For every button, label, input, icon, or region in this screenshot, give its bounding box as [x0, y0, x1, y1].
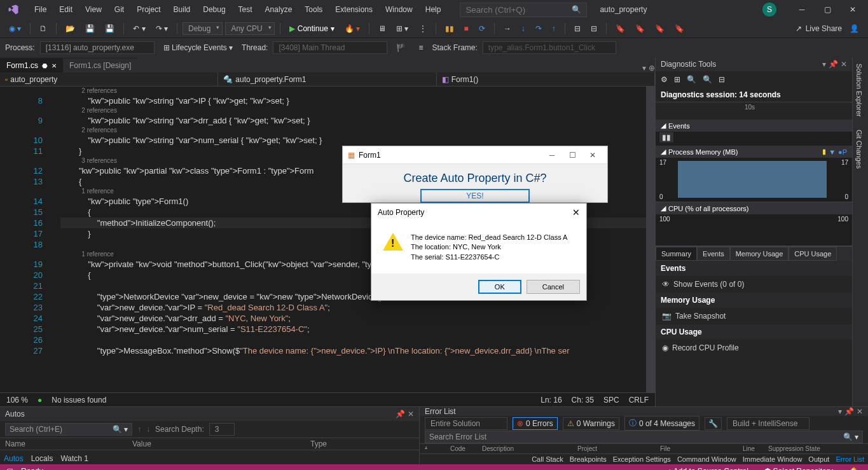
tb-icon[interactable]: ⋮	[415, 23, 431, 34]
menu-tools[interactable]: Tools	[298, 1, 329, 18]
lifecycle-icon[interactable]: ⊞ Lifecycle Events ▾	[160, 42, 237, 53]
minimize-button[interactable]: ─	[789, 0, 815, 19]
tb-icon[interactable]: 🔖	[651, 23, 668, 34]
col-code[interactable]: Code	[450, 445, 482, 452]
flag-icon[interactable]: 🏴	[392, 42, 410, 53]
close-icon[interactable]: ✕	[857, 407, 863, 416]
nav-back-icon[interactable]: ◉ ▾	[5, 23, 25, 34]
filter-icon[interactable]: 🔧	[705, 417, 722, 430]
tab-callstack[interactable]: Call Stack	[532, 455, 563, 463]
repo-button[interactable]: ⬢ Select Repository ▴	[764, 467, 839, 470]
form1-yes-button[interactable]: YES!	[420, 189, 529, 203]
menu-window[interactable]: Window	[379, 1, 419, 18]
redo-icon[interactable]: ↷ ▾	[152, 23, 172, 34]
tab-overflow-icon[interactable]: ▾	[642, 64, 646, 73]
tab-watch1[interactable]: Watch 1	[60, 454, 88, 463]
new-item-icon[interactable]: 🗋	[36, 23, 51, 34]
search-box[interactable]: 🔍	[460, 3, 587, 17]
source-combo[interactable]: Build + IntelliSense	[727, 417, 809, 430]
msgbox-close-icon[interactable]: ✕	[572, 207, 580, 218]
config-combo[interactable]: Debug	[183, 22, 223, 35]
autos-search[interactable]: Search (Ctrl+E) 🔍 ▾	[5, 423, 132, 436]
col-icon[interactable]: ⁴	[425, 445, 450, 452]
live-share-button[interactable]: Live Share	[806, 24, 842, 33]
col-project[interactable]: Project	[577, 445, 660, 452]
arrow-up-icon[interactable]: ↑	[137, 425, 141, 434]
notifications-icon[interactable]: 🔔₂	[849, 467, 862, 470]
hot-reload-icon[interactable]: 🔥 ▾	[341, 23, 364, 34]
menu-view[interactable]: View	[79, 1, 108, 18]
feedback-icon[interactable]: 👤	[846, 23, 863, 34]
diag-tab-cpu[interactable]: CPU Usage	[789, 247, 837, 261]
cpu-header[interactable]: ◢ CPU (% of all processors)	[656, 202, 852, 214]
search-input[interactable]	[465, 5, 572, 15]
pin-icon[interactable]: 📌	[829, 60, 838, 69]
stop-icon[interactable]: ■	[460, 23, 472, 34]
errors-pill[interactable]: ⊗0 Errors	[513, 417, 558, 430]
diag-tab-events[interactable]: Events	[697, 247, 730, 261]
source-control-button[interactable]: ↑ Add to Source Control ▴	[668, 467, 754, 470]
close-panel-icon[interactable]: ✕	[841, 60, 847, 69]
snapshot-row[interactable]: 📷Take Snapshot	[656, 308, 852, 324]
reset-icon[interactable]: ⊟	[719, 75, 725, 84]
tab-command[interactable]: Command Window	[677, 455, 736, 463]
thread-combo[interactable]: [3408] Main Thread	[273, 41, 387, 54]
form1-min[interactable]: ─	[542, 151, 561, 160]
col-file[interactable]: File	[660, 445, 743, 452]
tb-icon[interactable]: ⊟	[570, 23, 584, 34]
pin-icon[interactable]: ⬣	[42, 62, 48, 69]
col-value[interactable]: Value	[132, 439, 310, 448]
form1-close[interactable]: ✕	[583, 151, 602, 160]
pause-icon[interactable]: ▮▮	[441, 23, 458, 34]
diag-tab-memory[interactable]: Memory Usage	[730, 247, 789, 261]
tab-autos[interactable]: Autos	[4, 454, 24, 463]
platform-combo[interactable]: Any CPU	[225, 22, 274, 35]
zoom-level[interactable]: 106 %	[6, 396, 28, 404]
col-desc[interactable]: Description	[482, 445, 577, 452]
output-icon[interactable]: ▢	[6, 467, 13, 470]
msgbox-ok-button[interactable]: OK	[478, 280, 521, 294]
tb-icon[interactable]: 🔖	[671, 23, 688, 34]
frame-combo[interactable]: type_alias.Form1.button1_Click	[483, 41, 616, 54]
tb-icon[interactable]: 🔖	[612, 23, 629, 34]
pin-icon[interactable]: 📌	[844, 407, 854, 416]
scrollbar[interactable]	[646, 86, 655, 392]
step-icon[interactable]: →	[500, 23, 515, 34]
menu-file[interactable]: File	[28, 1, 53, 18]
error-search[interactable]: Search Error List 🔍 ▾	[425, 431, 863, 443]
scope-combo[interactable]: Entire Solution	[425, 417, 507, 430]
nav-member[interactable]: ◧Form1()	[437, 73, 655, 86]
tab-locals[interactable]: Locals	[31, 454, 53, 463]
diag-tab-summary[interactable]: Summary	[656, 247, 697, 261]
arrow-down-icon[interactable]: ↓	[146, 425, 150, 434]
save-icon[interactable]: 💾	[81, 23, 99, 34]
step-into-icon[interactable]: ↓	[518, 23, 529, 34]
depth-combo[interactable]: 3	[209, 423, 235, 436]
form1-max[interactable]: ☐	[563, 151, 582, 160]
tab-form1-cs[interactable]: Form1.cs ⬣ ✕	[0, 58, 63, 73]
tab-errorlist[interactable]: Error List	[836, 455, 864, 463]
record-row[interactable]: ◉Record CPU Profile	[656, 340, 852, 356]
user-avatar[interactable]: S	[762, 3, 776, 17]
close-icon[interactable]: ✕	[408, 410, 414, 418]
show-events-row[interactable]: 👁Show Events (0 of 0)	[656, 276, 852, 293]
col-name[interactable]: Name	[5, 439, 132, 448]
messages-pill[interactable]: ⓘ0 of 4 Messages	[624, 416, 699, 431]
step-out-icon[interactable]: ↑	[548, 23, 560, 34]
undo-icon[interactable]: ↶ ▾	[129, 23, 149, 34]
col-suppress[interactable]: Suppression State	[768, 445, 820, 452]
tb-icon[interactable]: ⊞ ▾	[392, 23, 412, 34]
tab-exception[interactable]: Exception Settings	[613, 455, 671, 463]
menu-extensions[interactable]: Extensions	[329, 1, 379, 18]
process-combo[interactable]: [13116] auto_property.exe	[40, 41, 155, 54]
tab-immediate[interactable]: Immediate Window	[743, 455, 803, 463]
gear-icon[interactable]: ⚙	[661, 75, 668, 84]
tab-output[interactable]: Output	[808, 455, 829, 463]
nav-project[interactable]: ▫auto_property	[0, 73, 218, 86]
menu-help[interactable]: Help	[419, 1, 448, 18]
step-over-icon[interactable]: ↷	[532, 23, 546, 34]
warnings-pill[interactable]: ⚠0 Warnings	[563, 417, 619, 430]
restart-icon[interactable]: ⟳	[475, 23, 489, 34]
dropdown-icon[interactable]: ▾	[822, 60, 826, 69]
menu-build[interactable]: Build	[167, 1, 197, 18]
